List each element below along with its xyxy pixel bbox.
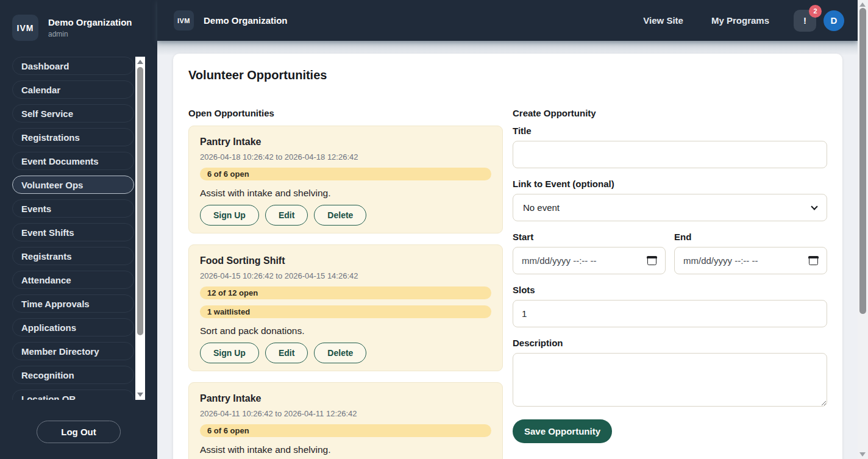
opportunity-time-range: 2026-04-18 10:26:42 to 2026-04-18 12:26:…: [200, 152, 491, 162]
opportunity-description: Assist with intake and shelving.: [200, 444, 491, 455]
sidebar-item-volunteer-ops[interactable]: Volunteer Ops: [12, 176, 134, 194]
end-datetime-placeholder: mm/dd/yyyy --:-- --: [683, 255, 758, 266]
opportunity-time-range: 2026-04-15 10:26:42 to 2026-04-15 14:26:…: [200, 271, 491, 280]
notification-count-badge: 2: [809, 5, 822, 18]
end-label: End: [674, 232, 827, 242]
opportunity-title: Food Sorting Shift: [200, 255, 491, 266]
page-scrollbar[interactable]: [858, 0, 868, 459]
capacity-badge: 12 of 12 open: [200, 286, 491, 299]
opportunity-list: Pantry Intake2026-04-18 10:26:42 to 2026…: [188, 126, 503, 459]
page-scrollbar-thumb[interactable]: [859, 8, 866, 314]
edit-button[interactable]: Edit: [265, 343, 308, 363]
sidebar-item-event-shifts[interactable]: Event Shifts: [12, 223, 134, 241]
link-to-event-label: Link to Event (optional): [513, 179, 827, 189]
scroll-up-arrow-icon[interactable]: [137, 60, 143, 64]
sidebar-item-event-documents[interactable]: Event Documents: [12, 152, 134, 170]
calendar-icon[interactable]: [647, 257, 656, 265]
description-textarea[interactable]: [513, 353, 827, 407]
capacity-badge: 1 waitlisted: [200, 305, 491, 318]
opportunity-title: Pantry Intake: [200, 393, 491, 404]
exclamation-icon: !: [803, 15, 806, 26]
selected-event-option: No event: [523, 202, 560, 213]
sidebar-item-time-approvals[interactable]: Time Approvals: [12, 294, 134, 313]
sidebar-item-registrants[interactable]: Registrants: [12, 247, 134, 265]
sidebar-item-events[interactable]: Events: [12, 199, 134, 218]
header-title: Demo Organization: [204, 15, 288, 26]
open-opportunities-heading: Open Opportunities: [188, 108, 503, 118]
opportunity-card: Pantry Intake2026-04-18 10:26:42 to 2026…: [188, 126, 503, 233]
org-name: Demo Organization: [48, 17, 132, 27]
top-header: IVM Demo Organization View Site My Progr…: [157, 0, 858, 41]
header-logo: IVM: [174, 10, 194, 30]
opportunity-actions: Sign UpEditDelete: [200, 205, 491, 226]
scroll-down-arrow-icon[interactable]: [859, 452, 866, 457]
slots-input[interactable]: [513, 300, 827, 327]
page-title: Volunteer Opportunities: [188, 68, 827, 82]
opportunity-title: Pantry Intake: [200, 137, 491, 148]
view-site-link[interactable]: View Site: [643, 15, 683, 26]
sidebar-scrollbar-thumb[interactable]: [137, 67, 143, 335]
sidebar-nav: DashboardCalendarSelf ServiceRegistratio…: [0, 57, 157, 400]
open-opportunities-column: Open Opportunities Pantry Intake2026-04-…: [188, 108, 503, 459]
main-content: Volunteer Opportunities Open Opportuniti…: [157, 41, 858, 459]
notifications-button[interactable]: ! 2: [794, 10, 816, 32]
description-label: Description: [513, 338, 827, 348]
sidebar-item-member-directory[interactable]: Member Directory: [12, 342, 134, 360]
scroll-up-arrow-icon[interactable]: [859, 2, 866, 7]
sidebar-item-applications[interactable]: Applications: [12, 318, 134, 336]
end-datetime-input[interactable]: mm/dd/yyyy --:-- --: [674, 247, 827, 274]
start-datetime-input[interactable]: mm/dd/yyyy --:-- --: [513, 247, 666, 274]
delete-button[interactable]: Delete: [314, 343, 366, 363]
opportunity-card: Pantry Intake2026-04-11 10:26:42 to 2026…: [188, 382, 503, 459]
opportunity-actions: Sign UpEditDelete: [200, 343, 491, 363]
capacity-badge: 6 of 6 open: [200, 424, 491, 437]
title-input[interactable]: [513, 141, 827, 168]
page-card: Volunteer Opportunities Open Opportuniti…: [173, 54, 842, 459]
opportunity-description: Assist with intake and shelving.: [200, 188, 491, 199]
logout-button[interactable]: Log Out: [37, 421, 121, 443]
edit-button[interactable]: Edit: [265, 205, 308, 226]
scroll-down-arrow-icon[interactable]: [137, 393, 143, 397]
sidebar-item-recognition[interactable]: Recognition: [12, 366, 134, 384]
org-logo: IVM: [12, 15, 38, 41]
sidebar-item-location-qr[interactable]: Location QR: [12, 390, 134, 400]
sidebar: IVM Demo Organization admin DashboardCal…: [0, 0, 157, 459]
opportunity-description: Sort and pack donations.: [200, 326, 491, 336]
sign-up-button[interactable]: Sign Up: [200, 343, 259, 363]
user-avatar[interactable]: D: [824, 10, 844, 31]
calendar-icon[interactable]: [809, 257, 818, 265]
sidebar-scrollbar[interactable]: [135, 57, 145, 400]
sidebar-item-self-service[interactable]: Self Service: [12, 104, 134, 123]
start-datetime-placeholder: mm/dd/yyyy --:-- --: [522, 255, 596, 266]
save-opportunity-button[interactable]: Save Opportunity: [513, 419, 612, 443]
opportunity-card: Food Sorting Shift2026-04-15 10:26:42 to…: [188, 244, 503, 371]
delete-button[interactable]: Delete: [314, 205, 366, 226]
org-role: admin: [48, 30, 132, 38]
slots-label: Slots: [513, 285, 827, 295]
sidebar-item-registrations[interactable]: Registrations: [12, 128, 134, 146]
capacity-badge: 6 of 6 open: [200, 168, 491, 180]
opportunity-time-range: 2026-04-11 10:26:42 to 2026-04-11 12:26:…: [200, 409, 491, 418]
start-label: Start: [513, 232, 666, 242]
org-block: IVM Demo Organization admin: [0, 0, 157, 41]
create-opportunity-heading: Create Opportunity: [513, 108, 827, 118]
sidebar-item-attendance[interactable]: Attendance: [12, 271, 134, 289]
my-programs-link[interactable]: My Programs: [711, 15, 769, 26]
sign-up-button[interactable]: Sign Up: [200, 205, 259, 226]
create-opportunity-column: Create Opportunity Title Link to Event (…: [513, 108, 827, 459]
link-to-event-select[interactable]: No event: [513, 194, 827, 221]
chevron-down-icon: [811, 203, 817, 210]
sidebar-item-calendar[interactable]: Calendar: [12, 80, 134, 99]
title-label: Title: [513, 126, 827, 136]
sidebar-item-dashboard[interactable]: Dashboard: [12, 57, 134, 75]
